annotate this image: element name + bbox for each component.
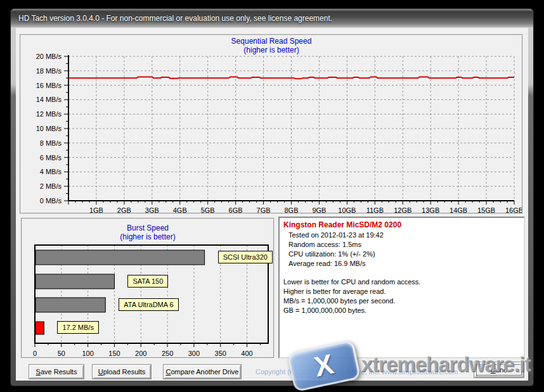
svg-text:12 MB/s: 12 MB/s <box>36 110 62 118</box>
bar-value-label: SCSI Ultra320 <box>218 251 273 263</box>
save-results-button[interactable]: Save Results <box>29 365 84 379</box>
burst-chart-subtitle: (higher is better) <box>22 232 273 241</box>
sequential-read-panel: Sequential Read Speed (higher is better)… <box>20 34 523 214</box>
svg-text:400: 400 <box>241 350 252 357</box>
detail-line: Random access: 1.5ms <box>283 240 520 250</box>
svg-text:15GB: 15GB <box>477 206 495 213</box>
svg-text:100: 100 <box>82 350 93 357</box>
explanatory-notes: Lower is better for CPU and random acces… <box>283 277 520 315</box>
svg-text:7GB: 7GB <box>257 206 271 213</box>
client-area: Sequential Read Speed (higher is better)… <box>16 28 528 381</box>
bar-value-label: SATA 150 <box>127 275 168 288</box>
svg-text:16GB: 16GB <box>505 206 522 213</box>
bar-value-label: 17.2 MB/s <box>57 321 99 334</box>
app-window: HD Tach version 3.0.4.0 - For non-commer… <box>10 8 534 386</box>
sequential-read-chart: 0 MB/s2 MB/s4 MB/s6 MB/s8 MB/s10 MB/s12 … <box>21 53 522 213</box>
note-line: Higher is better for average read. <box>283 287 520 296</box>
svg-text:14 MB/s: 14 MB/s <box>36 96 62 103</box>
drive-name: Kingston Reader MicSD/M2 0200 <box>283 220 520 229</box>
svg-text:300: 300 <box>188 350 200 357</box>
svg-text:0: 0 <box>33 350 37 357</box>
test-details: Tested on 2012-01-23 at 19:42Random acce… <box>283 231 520 269</box>
svg-text:50: 50 <box>58 350 65 357</box>
svg-text:10 MB/s: 10 MB/s <box>36 125 62 132</box>
svg-text:20 MB/s: 20 MB/s <box>36 53 62 60</box>
svg-text:3GB: 3GB <box>145 206 159 213</box>
detail-line: Average read: 16.9 MB/s <box>283 259 520 269</box>
note-line: MB/s = 1,000,000 bytes per second. <box>283 296 520 306</box>
svg-text:9GB: 9GB <box>312 206 326 213</box>
svg-text:6 MB/s: 6 MB/s <box>40 154 62 161</box>
svg-text:200: 200 <box>135 350 146 357</box>
svg-text:4GB: 4GB <box>173 206 187 213</box>
titlebar[interactable]: HD Tach version 3.0.4.0 - For non-commer… <box>11 9 533 28</box>
note-line: Lower is better for CPU and random acces… <box>283 277 520 287</box>
bar-value-label: ATA UltraDMA 6 <box>119 298 178 311</box>
svg-text:250: 250 <box>162 350 173 357</box>
svg-text:5GB: 5GB <box>201 206 215 213</box>
sequential-chart-title: Sequential Read Speed <box>21 37 522 46</box>
svg-text:2GB: 2GB <box>117 206 131 213</box>
detail-line: CPU utilization: 1% (+/- 2%) <box>283 250 520 259</box>
svg-text:350: 350 <box>215 350 226 357</box>
window-title: HD Tach version 3.0.4.0 - For non-commer… <box>18 14 332 23</box>
upload-results-button[interactable]: Upload Results <box>93 365 151 379</box>
svg-text:10GB: 10GB <box>338 206 356 213</box>
svg-text:6GB: 6GB <box>229 206 243 213</box>
compare-another-drive-button[interactable]: Compare Another Drive <box>164 365 241 379</box>
svg-text:8 MB/s: 8 MB/s <box>40 139 62 147</box>
svg-text:0 MB/s: 0 MB/s <box>40 197 62 205</box>
svg-text:11GB: 11GB <box>366 206 384 213</box>
svg-text:12GB: 12GB <box>394 206 411 213</box>
svg-text:150: 150 <box>108 350 120 357</box>
svg-text:18 MB/s: 18 MB/s <box>36 67 62 75</box>
svg-text:2 MB/s: 2 MB/s <box>40 182 62 190</box>
copyright-text: Copyright (C) 2004 Simpli Software, Inc.… <box>256 368 474 376</box>
svg-text:4 MB/s: 4 MB/s <box>40 168 62 175</box>
done-button[interactable]: Done <box>474 362 524 377</box>
svg-text:8GB: 8GB <box>284 206 298 213</box>
detail-line: Tested on 2012-01-23 at 19:42 <box>283 231 520 240</box>
svg-text:16 MB/s: 16 MB/s <box>36 82 62 89</box>
svg-text:1GB: 1GB <box>89 206 103 213</box>
burst-chart-title: Burst Speed <box>22 224 273 232</box>
svg-text:13GB: 13GB <box>422 206 439 213</box>
svg-text:14GB: 14GB <box>450 206 467 213</box>
results-info-panel: Kingston Reader MicSD/M2 0200 Tested on … <box>278 217 525 358</box>
note-line: GB = 1,000,000,000 bytes. <box>283 306 520 315</box>
burst-speed-panel: Burst Speed (higher is better) 050100150… <box>21 218 275 358</box>
